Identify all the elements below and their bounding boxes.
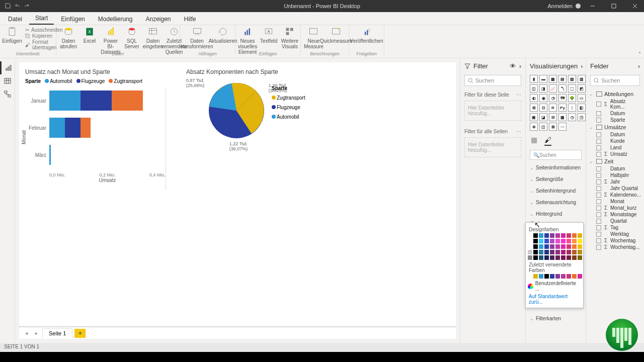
field-Wochentag[interactable]: ΣWochentag xyxy=(587,237,643,244)
viz-type-25[interactable]: ◪ xyxy=(539,113,547,121)
transform-data-button[interactable]: Daten transformieren xyxy=(184,26,210,49)
swatch-recent[interactable] xyxy=(528,274,532,279)
pbi-datasets-button[interactable]: Power BI-Datasets xyxy=(103,26,119,55)
viz-type-7[interactable]: ◨ xyxy=(539,84,547,93)
new-visual-button[interactable]: Neues visuelles Element xyxy=(239,26,256,55)
viz-type-0[interactable]: ▮ xyxy=(530,75,538,83)
redo-icon[interactable] xyxy=(24,3,30,10)
viz-type-4[interactable]: ▧ xyxy=(568,75,576,83)
swatch-shade[interactable] xyxy=(567,255,571,260)
swatch-shade[interactable] xyxy=(533,244,538,249)
fmt-seiteninfo[interactable]: Seiteninformationen xyxy=(526,162,586,173)
swatch-shade[interactable] xyxy=(578,255,582,260)
fmt-seitenausrichtung[interactable]: Seitenausrichtung xyxy=(526,197,586,208)
field-Absatz Kom...[interactable]: ΣAbsatz Kom... xyxy=(587,98,643,110)
swatch-shade[interactable] xyxy=(528,250,532,254)
viz-type-11[interactable]: ◩ xyxy=(578,84,586,93)
field-Werktag[interactable]: Werktag xyxy=(587,231,643,237)
viz-type-20[interactable]: R xyxy=(549,104,557,112)
field-Tag[interactable]: ΣTag xyxy=(587,224,643,231)
swatch-recent[interactable] xyxy=(567,274,571,279)
viz-type-5[interactable]: ▥ xyxy=(578,75,586,83)
swatch-shade[interactable] xyxy=(561,244,566,249)
field-Kunde[interactable]: Kunde xyxy=(587,138,643,144)
swatch[interactable] xyxy=(528,233,532,238)
field-Kalenderwo...[interactable]: ΣKalenderwo... xyxy=(587,192,643,198)
prev-page[interactable]: ◂ xyxy=(22,330,30,336)
fmt-filterkarten[interactable]: Filterkarten xyxy=(526,313,586,324)
field-Wochentag...[interactable]: ΣWochentag... xyxy=(587,244,643,250)
swatch[interactable] xyxy=(544,233,549,238)
field-Monat[interactable]: Monat xyxy=(587,198,643,205)
swatch-shade[interactable] xyxy=(550,250,554,254)
viz-type-29[interactable]: ◳ xyxy=(578,113,586,121)
field-Land[interactable]: Land xyxy=(587,144,643,151)
swatch-shade[interactable] xyxy=(578,244,582,249)
swatch-shade[interactable] xyxy=(567,239,571,243)
viz-type-31[interactable]: ◫ xyxy=(539,123,547,131)
swatch[interactable] xyxy=(550,233,554,238)
viz-type-19[interactable]: ⊡ xyxy=(539,104,547,112)
pie-chart-visual[interactable]: Absatz Komponenten nach Sparte 0,87 Tsd.… xyxy=(186,68,327,190)
swatch-shade[interactable] xyxy=(539,250,543,254)
tab-datei[interactable]: Datei xyxy=(2,13,28,25)
swatch-shade[interactable] xyxy=(533,255,538,260)
viz-type-26[interactable]: ⊟ xyxy=(549,113,557,121)
tab-modellierung[interactable]: Modellierung xyxy=(92,13,139,25)
page-tab-1[interactable]: Seite 1 xyxy=(42,328,72,338)
quick-measure-button[interactable]: Quickmeasure xyxy=(328,26,345,44)
swatch-shade[interactable] xyxy=(561,255,566,260)
filter-drop-page[interactable]: Hier Datenfelder hinzufüg... xyxy=(464,101,521,121)
enter-data-button[interactable]: Daten eingeben xyxy=(145,26,161,49)
swatch-shade[interactable] xyxy=(550,239,554,243)
swatch-shade[interactable] xyxy=(539,255,543,260)
swatch-shade[interactable] xyxy=(572,239,577,243)
more-visuals-button[interactable]: Weitere Visuals xyxy=(282,26,298,49)
swatch-shade[interactable] xyxy=(539,244,543,249)
tab-hilfe[interactable]: Hilfe xyxy=(178,13,202,25)
viz-type-33[interactable]: ⋯ xyxy=(558,123,567,131)
viz-type-14[interactable]: ◔ xyxy=(549,94,557,102)
field-Umsatz[interactable]: ΣUmsatz xyxy=(587,151,643,157)
avatar-icon[interactable] xyxy=(576,4,581,9)
viz-type-2[interactable]: ▦ xyxy=(549,75,557,83)
tab-start[interactable]: Start xyxy=(29,12,54,25)
field-Jahr Quartal[interactable]: Jahr Quartal xyxy=(587,185,643,192)
swatch-shade[interactable] xyxy=(561,250,566,254)
reset-color-button[interactable]: Auf Standardwert zurü... xyxy=(529,294,580,305)
refresh-button[interactable]: Aktualisieren xyxy=(215,26,231,44)
swatch-shade[interactable] xyxy=(572,250,577,254)
field-Jahr[interactable]: ΣJahr xyxy=(587,178,643,185)
viz-type-12[interactable]: ◐ xyxy=(530,94,538,102)
fmt-hintergrund[interactable]: Hintergrund xyxy=(526,208,586,220)
format-tab-icon[interactable]: 🖌 xyxy=(544,136,551,146)
next-page[interactable]: ▸ xyxy=(32,330,40,336)
swatch-shade[interactable] xyxy=(528,255,532,260)
fields-search[interactable]: Suchen xyxy=(590,75,640,86)
get-data-button[interactable]: Daten abrufen xyxy=(60,26,76,49)
viz-type-9[interactable]: 〽 xyxy=(558,84,567,93)
model-view-button[interactable] xyxy=(0,87,15,101)
swatch-shade[interactable] xyxy=(528,239,532,243)
viz-type-23[interactable]: ◧ xyxy=(578,104,586,112)
viz-type-3[interactable]: ▤ xyxy=(558,75,567,83)
add-page-button[interactable]: + xyxy=(74,329,86,338)
swatch-shade[interactable] xyxy=(544,244,549,249)
color-picker-popup[interactable]: Designfarben Zuletzt verwendete Farben B… xyxy=(525,222,584,308)
swatch-shade[interactable] xyxy=(555,255,560,260)
swatch-shade[interactable] xyxy=(539,239,543,243)
field-Sparte[interactable]: Sparte xyxy=(587,117,643,123)
swatch-recent[interactable] xyxy=(555,274,560,279)
table-Zeit[interactable]: ⌄Zeit xyxy=(587,157,643,165)
table-Umsätze[interactable]: ⌄Umsätze xyxy=(587,123,643,131)
swatch[interactable] xyxy=(567,233,571,238)
fmt-seitengroesse[interactable]: Seitengröße xyxy=(526,173,586,185)
swatch-shade[interactable] xyxy=(544,239,549,243)
swatch-shade[interactable] xyxy=(533,250,538,254)
swatch-shade[interactable] xyxy=(567,244,571,249)
viz-type-28[interactable]: ◷ xyxy=(568,113,576,121)
swatch[interactable] xyxy=(561,233,566,238)
swatch-shade[interactable] xyxy=(544,255,549,260)
viz-type-21[interactable]: Py xyxy=(558,104,567,112)
new-measure-button[interactable]: Neue Measure xyxy=(305,26,323,49)
